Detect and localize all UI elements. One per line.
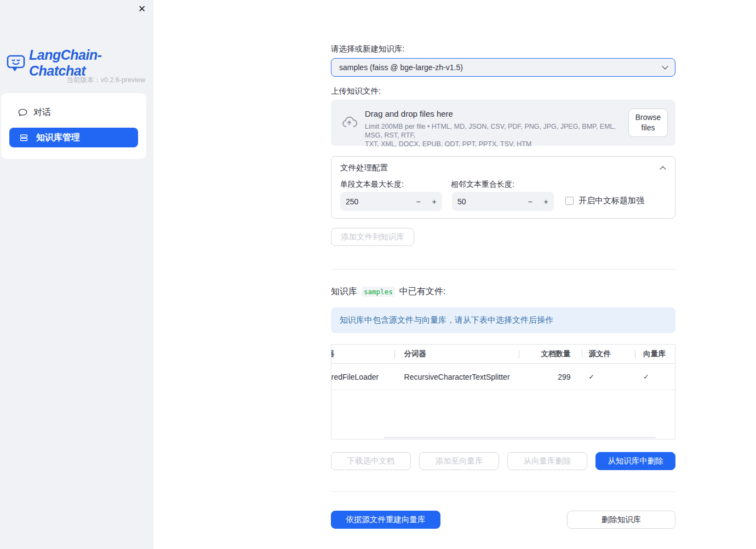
dropzone-limit-line2: TXT, XML, DOCX, EPUB, ODT, PPT, PPTX, TS… [365,140,628,148]
version-label: 当前版本： [66,76,101,84]
dropzone-title: Drag and drop files here [365,109,453,118]
delete-from-vector-button[interactable]: 从向量库删除 [507,452,587,470]
dropzone-limit-text: Limit 200MB per file • HTML, MD, JSON, C… [365,122,628,148]
dropzone-limit-line1: Limit 200MB per file • HTML, MD, JSON, C… [365,122,628,140]
kb-select-label: 请选择或新建知识库: [331,44,405,54]
overlap-minus-button[interactable]: − [522,192,538,211]
kb-files-heading: 知识库 samples 中已有文件: [331,286,445,298]
file-dropzone[interactable]: Drag and drop files here Limit 200MB per… [331,100,675,146]
cell-doc-count: 299 [519,364,582,390]
chunk-plus-button[interactable]: + [426,192,442,211]
cell-loader: uredFileLoader [331,364,394,390]
sidebar-item-knowledge-base[interactable]: 知识库管理 [9,128,138,147]
delete-from-kb-button[interactable]: 从知识库中删除 [595,452,675,470]
horizontal-scrollbar[interactable] [383,437,656,438]
cell-splitter: RecursiveCharacterTextSplitter [394,364,519,390]
expander-header[interactable]: 文件处理配置 [331,157,675,176]
add-to-vector-button[interactable]: 添加至向量库 [419,452,499,470]
version-text: 当前版本：v0.2.6-preview [66,76,145,85]
info-banner: 知识库中包含源文件与向量库，请从下表中选择文件后操作 [331,307,675,333]
divider [331,491,675,492]
delete-kb-button[interactable]: 删除知识库 [567,511,675,529]
stacked-collection-icon [19,133,28,142]
sidebar-menu: 对话 知识库管理 [1,93,146,159]
divider [331,269,675,270]
app-window: ✕ LangChain-Chatchat 当前版本：v0.2.6-preview [0,0,756,549]
download-selected-button[interactable]: 下载选中文档 [331,452,411,470]
expander-title: 文件处理配置 [340,163,388,173]
cell-source-check: ✓ [582,364,635,390]
close-icon[interactable]: ✕ [136,3,148,15]
file-action-buttons: 下载选中文档 添加至向量库 从向量库删除 从知识库中删除 [331,452,675,470]
zh-title-enhance-checkbox[interactable] [565,197,574,205]
chunk-size-label: 单段文本最大长度: [340,180,404,190]
table-row[interactable]: uredFileLoader RecursiveCharacterTextSpl… [331,364,675,390]
file-config-expander: 文件处理配置 单段文本最大长度: 相邻文本重合长度: − + − + 开启中文标… [331,156,675,219]
zh-title-enhance-label: 开启中文标题加强 [579,196,644,206]
chevron-down-icon [662,63,668,69]
overlap-stepper: − + [452,192,554,211]
kb-files-suffix: 中已有文件: [399,286,445,298]
upload-label: 上传知识文件: [331,86,381,96]
overlap-label: 相邻文本重合长度: [451,180,514,190]
cloud-upload-icon [340,114,358,130]
chunk-size-stepper: − + [340,192,442,211]
kb-select-value: samples (faiss @ bge-large-zh-v1.5) [339,63,663,72]
cell-vector-check: ✓ [635,364,675,390]
kb-files-prefix: 知识库 [331,286,357,298]
sidebar-item-label: 知识库管理 [36,132,80,144]
rebuild-vector-button[interactable]: 依据源文件重建向量库 [331,511,440,529]
sidebar-item-dialogue[interactable]: 对话 [9,102,138,122]
chat-bubble-icon [18,107,28,118]
logo: LangChain-Chatchat [7,47,153,79]
col-source-file-header[interactable]: 源文件 [582,345,635,363]
browse-files-button[interactable]: Browse files [628,108,668,137]
sidebar-item-label: 对话 [33,107,51,118]
kb-name-code: samples [362,287,395,297]
table-header-row: 器 分词器 文档数量 源文件 向量库 [331,345,675,364]
kb-select[interactable]: samples (faiss @ bge-large-zh-v1.5) [331,58,675,77]
col-loader-header[interactable]: 器 [331,345,394,363]
main-content: 请选择或新建知识库: samples (faiss @ bge-large-zh… [331,0,675,549]
chevron-up-icon [660,166,666,172]
version-value: v0.2.6-preview [101,76,145,84]
add-files-button[interactable]: 添加文件到知识库 [331,228,414,246]
col-vector-store-header[interactable]: 向量库 [635,345,675,363]
col-splitter-header[interactable]: 分词器 [394,345,519,363]
chunk-minus-button[interactable]: − [410,192,426,211]
col-doc-count-header[interactable]: 文档数量 [519,345,582,363]
sidebar: ✕ LangChain-Chatchat 当前版本：v0.2.6-preview [0,0,153,549]
overlap-input[interactable] [452,197,522,206]
chunk-size-input[interactable] [340,197,410,206]
logo-chat-bubble-icon [7,54,25,72]
logo-wordmark: LangChain-Chatchat [29,47,153,79]
overlap-plus-button[interactable]: + [538,192,554,211]
files-table: 器 分词器 文档数量 源文件 向量库 uredFileLoader Recurs… [331,344,675,439]
zh-title-enhance: 开启中文标题加强 [565,196,644,206]
